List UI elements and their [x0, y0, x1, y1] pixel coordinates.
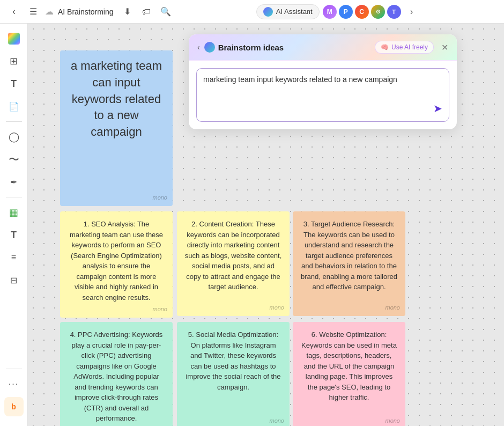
more-icon: ··· — [9, 379, 19, 389]
brain-icon: 🧠 — [381, 43, 389, 51]
back-button[interactable]: ‹ — [6, 4, 21, 19]
sidebar-tool-text[interactable]: T — [4, 74, 24, 93]
brainstorm-ai-icon — [204, 42, 215, 53]
brainstorm-input[interactable] — [203, 75, 425, 113]
brainstorm-panel: ‹ Brainstorm ideas 🧠 Use AI freely ✕ — [189, 34, 457, 129]
sticky-note-main: a marketing team can input keywords rela… — [60, 50, 173, 206]
ai-assistant-button[interactable]: AI Assistant — [256, 4, 320, 19]
sidebar-divider-2 — [6, 197, 22, 197]
nav-icon-p[interactable]: P — [339, 5, 353, 19]
sidebar-tool-curve[interactable]: 〜 — [4, 150, 24, 169]
sticky-note-4: 4. PPC Advertising: Keywords play a cruc… — [60, 322, 173, 426]
search-icon: 🔍 — [160, 6, 171, 17]
download-icon: ⬇ — [124, 6, 131, 17]
sidebar-tool-line[interactable]: ▦ — [4, 203, 24, 222]
sidebar: ⊞ T 📄 ◯ 〜 ✒ ▦ T ≡ ⊟ — [0, 24, 28, 426]
line-icon: ▦ — [9, 207, 18, 218]
tag-icon: 🏷 — [142, 7, 151, 17]
sidebar-bottom: ··· b — [4, 366, 24, 421]
brainstorm-title: Brainstorm ideas — [204, 42, 284, 53]
list-icon: ≡ — [11, 253, 16, 262]
menu-button[interactable]: ☰ — [26, 4, 41, 19]
sidebar-tool-list[interactable]: ≡ — [4, 248, 24, 267]
sidebar-divider-1 — [6, 121, 22, 122]
sidebar-tool-sticky[interactable]: 📄 — [4, 97, 24, 116]
search-button[interactable]: 🔍 — [158, 4, 173, 19]
nav-title: AI Brainstorming — [58, 8, 113, 16]
tag-button[interactable]: 🏷 — [139, 4, 154, 19]
sidebar-tool-brand[interactable]: b — [4, 397, 24, 416]
text-icon: T — [11, 78, 17, 90]
nav-icon-c[interactable]: C — [355, 5, 369, 19]
menu-icon: ☰ — [29, 6, 37, 17]
cloud-icon: ☁ — [45, 6, 54, 17]
top-nav: ‹ ☰ ☁ AI Brainstorming ⬇ 🏷 🔍 AI Assistan… — [0, 0, 504, 24]
frame-icon: ⊟ — [10, 275, 17, 285]
brainstorm-header: ‹ Brainstorm ideas 🧠 Use AI freely ✕ — [189, 34, 457, 61]
brainstorm-header-left: ‹ Brainstorm ideas — [197, 42, 284, 53]
sticky-note-2: 2. Content Creation: These keywords can … — [177, 211, 290, 316]
use-ai-button[interactable]: 🧠 Use AI freely — [375, 41, 434, 54]
close-panel-button[interactable]: ✕ — [441, 42, 448, 53]
brand-icon: b — [11, 402, 16, 411]
send-button[interactable]: ➤ — [433, 102, 442, 115]
sidebar-tool-color[interactable] — [4, 29, 24, 48]
back-arrow-icon: ‹ — [197, 43, 200, 52]
main-layout: ⊞ T 📄 ◯ 〜 ✒ ▦ T ≡ ⊟ — [0, 24, 504, 426]
sticky-note-icon: 📄 — [9, 101, 19, 112]
pen-icon: ✒ — [10, 177, 17, 187]
send-icon: ➤ — [433, 102, 442, 114]
sidebar-tool-shape[interactable]: ◯ — [4, 127, 24, 146]
sticky-note-1: 1. SEO Analysis: The marketing team can … — [60, 211, 173, 318]
nav-icon-t[interactable]: T — [387, 5, 401, 19]
brainstorm-input-area: ➤ — [196, 68, 449, 122]
brainstorm-back-button[interactable]: ‹ — [197, 43, 200, 52]
sticky-note-5: 5. Social Media Optimization: On platfor… — [177, 322, 290, 426]
canvas[interactable]: a marketing team can input keywords rela… — [28, 24, 504, 426]
shape-icon: ◯ — [9, 131, 19, 143]
brainstorm-body: ➤ — [189, 61, 457, 129]
close-icon: ✕ — [441, 43, 448, 52]
sidebar-tool-table[interactable]: T — [4, 225, 24, 245]
table-icon: T — [11, 230, 17, 241]
nav-icons: M P C ⊙ T — [323, 5, 401, 19]
sticky-note-3: 3. Target Audience Research: The keyword… — [293, 211, 405, 316]
nav-center: AI Assistant M P C ⊙ T › — [256, 4, 419, 19]
back-icon: ‹ — [12, 6, 16, 17]
sticky-note-6: 6. Website Optimization: Keywords can be… — [293, 322, 405, 426]
download-button[interactable]: ⬇ — [120, 4, 135, 19]
ai-logo-icon — [263, 7, 273, 17]
chevron-right-icon: › — [410, 7, 413, 17]
sidebar-tool-pen[interactable]: ✒ — [4, 172, 24, 192]
nav-icon-g[interactable]: ⊙ — [371, 5, 385, 19]
sidebar-tool-frame[interactable]: ⊟ — [4, 270, 24, 290]
chevron-right-button[interactable]: › — [404, 4, 419, 19]
sidebar-tool-more[interactable]: ··· — [4, 374, 24, 394]
color-swatch-icon — [8, 33, 20, 45]
grid-icon: ⊞ — [10, 55, 18, 67]
nav-icon-m[interactable]: M — [323, 5, 337, 19]
curve-icon: 〜 — [9, 152, 19, 167]
sidebar-divider-3 — [6, 369, 22, 369]
sidebar-tool-grid[interactable]: ⊞ — [4, 52, 24, 71]
